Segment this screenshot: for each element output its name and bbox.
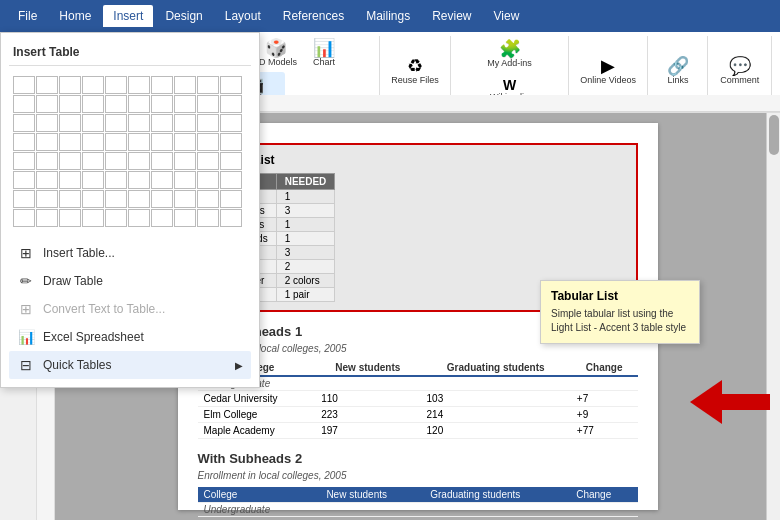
grid-cell-7-7[interactable] <box>174 209 196 227</box>
grid-cell-5-8[interactable] <box>197 171 219 189</box>
grid-cell-6-6[interactable] <box>151 190 173 208</box>
grid-cell-5-7[interactable] <box>174 171 196 189</box>
grid-cell-0-6[interactable] <box>151 76 173 94</box>
grid-cell-0-5[interactable] <box>128 76 150 94</box>
grid-cell-7-8[interactable] <box>197 209 219 227</box>
grid-cell-1-6[interactable] <box>151 95 173 113</box>
grid-cell-1-2[interactable] <box>59 95 81 113</box>
links-button[interactable]: 🔗 Links <box>658 54 698 88</box>
draw-table-menu-item[interactable]: ✏ Draw Table <box>9 267 251 295</box>
tab-review[interactable]: Review <box>422 5 481 27</box>
grid-cell-3-9[interactable] <box>220 133 242 151</box>
grid-cell-5-0[interactable] <box>13 171 35 189</box>
tab-insert[interactable]: Insert <box>103 5 153 27</box>
grid-cell-3-5[interactable] <box>128 133 150 151</box>
grid-cell-5-2[interactable] <box>59 171 81 189</box>
grid-cell-4-2[interactable] <box>59 152 81 170</box>
grid-cell-0-3[interactable] <box>82 76 104 94</box>
grid-cell-3-1[interactable] <box>36 133 58 151</box>
grid-cell-1-4[interactable] <box>105 95 127 113</box>
grid-cell-5-4[interactable] <box>105 171 127 189</box>
grid-cell-3-7[interactable] <box>174 133 196 151</box>
grid-cell-7-1[interactable] <box>36 209 58 227</box>
grid-cell-1-7[interactable] <box>174 95 196 113</box>
grid-cell-2-0[interactable] <box>13 114 35 132</box>
grid-cell-0-2[interactable] <box>59 76 81 94</box>
grid-cell-1-9[interactable] <box>220 95 242 113</box>
grid-cell-0-4[interactable] <box>105 76 127 94</box>
tab-references[interactable]: References <box>273 5 354 27</box>
grid-cell-4-1[interactable] <box>36 152 58 170</box>
grid-cell-1-0[interactable] <box>13 95 35 113</box>
grid-cell-2-1[interactable] <box>36 114 58 132</box>
grid-cell-4-9[interactable] <box>220 152 242 170</box>
grid-cell-0-1[interactable] <box>36 76 58 94</box>
grid-cell-1-1[interactable] <box>36 95 58 113</box>
comment-button[interactable]: 💬 Comment <box>715 54 764 88</box>
grid-cell-3-8[interactable] <box>197 133 219 151</box>
grid-cell-7-5[interactable] <box>128 209 150 227</box>
reuse-button[interactable]: ♻ Reuse Files <box>386 54 444 88</box>
grid-cell-2-9[interactable] <box>220 114 242 132</box>
grid-cell-2-2[interactable] <box>59 114 81 132</box>
grid-cell-3-0[interactable] <box>13 133 35 151</box>
scrollbar-thumb[interactable] <box>769 115 779 155</box>
grid-cell-3-4[interactable] <box>105 133 127 151</box>
grid-cell-5-6[interactable] <box>151 171 173 189</box>
grid-cell-5-9[interactable] <box>220 171 242 189</box>
grid-cell-6-5[interactable] <box>128 190 150 208</box>
grid-cell-1-8[interactable] <box>197 95 219 113</box>
quick-tables-menu-item[interactable]: ⊟ Quick Tables ▶ <box>9 351 251 379</box>
grid-cell-7-9[interactable] <box>220 209 242 227</box>
grid-cell-4-8[interactable] <box>197 152 219 170</box>
grid-cell-0-0[interactable] <box>13 76 35 94</box>
grid-cell-3-6[interactable] <box>151 133 173 151</box>
myaddins-button[interactable]: 🧩 My Add-ins <box>482 37 537 71</box>
grid-cell-2-7[interactable] <box>174 114 196 132</box>
grid-cell-6-0[interactable] <box>13 190 35 208</box>
tab-mailings[interactable]: Mailings <box>356 5 420 27</box>
grid-cell-4-5[interactable] <box>128 152 150 170</box>
grid-cell-7-2[interactable] <box>59 209 81 227</box>
grid-cell-6-4[interactable] <box>105 190 127 208</box>
tab-design[interactable]: Design <box>155 5 212 27</box>
grid-cell-4-4[interactable] <box>105 152 127 170</box>
tab-file[interactable]: File <box>8 5 47 27</box>
grid-cell-1-3[interactable] <box>82 95 104 113</box>
grid-cell-7-3[interactable] <box>82 209 104 227</box>
grid-cell-4-3[interactable] <box>82 152 104 170</box>
grid-cell-1-5[interactable] <box>128 95 150 113</box>
onlinevideos-button[interactable]: ▶ Online Videos <box>575 54 641 88</box>
grid-cell-6-2[interactable] <box>59 190 81 208</box>
grid-cell-5-1[interactable] <box>36 171 58 189</box>
vertical-scrollbar[interactable] <box>766 113 780 520</box>
tab-layout[interactable]: Layout <box>215 5 271 27</box>
grid-cell-2-5[interactable] <box>128 114 150 132</box>
grid-cell-4-7[interactable] <box>174 152 196 170</box>
grid-cell-6-1[interactable] <box>36 190 58 208</box>
insert-table-menu-item[interactable]: ⊞ Insert Table... <box>9 239 251 267</box>
grid-cell-7-4[interactable] <box>105 209 127 227</box>
grid-cell-6-8[interactable] <box>197 190 219 208</box>
table-insert-grid[interactable] <box>9 72 251 231</box>
tab-home[interactable]: Home <box>49 5 101 27</box>
grid-cell-2-8[interactable] <box>197 114 219 132</box>
grid-cell-6-9[interactable] <box>220 190 242 208</box>
chart-button[interactable]: 📊 Chart <box>304 36 344 70</box>
grid-cell-2-4[interactable] <box>105 114 127 132</box>
grid-cell-2-3[interactable] <box>82 114 104 132</box>
grid-cell-5-5[interactable] <box>128 171 150 189</box>
excel-spreadsheet-menu-item[interactable]: 📊 Excel Spreadsheet <box>9 323 251 351</box>
grid-cell-4-6[interactable] <box>151 152 173 170</box>
grid-cell-4-0[interactable] <box>13 152 35 170</box>
grid-cell-2-6[interactable] <box>151 114 173 132</box>
grid-cell-0-7[interactable] <box>174 76 196 94</box>
grid-cell-6-7[interactable] <box>174 190 196 208</box>
grid-cell-3-2[interactable] <box>59 133 81 151</box>
grid-cell-6-3[interactable] <box>82 190 104 208</box>
grid-cell-7-6[interactable] <box>151 209 173 227</box>
grid-cell-3-3[interactable] <box>82 133 104 151</box>
grid-cell-7-0[interactable] <box>13 209 35 227</box>
grid-cell-5-3[interactable] <box>82 171 104 189</box>
grid-cell-0-8[interactable] <box>197 76 219 94</box>
